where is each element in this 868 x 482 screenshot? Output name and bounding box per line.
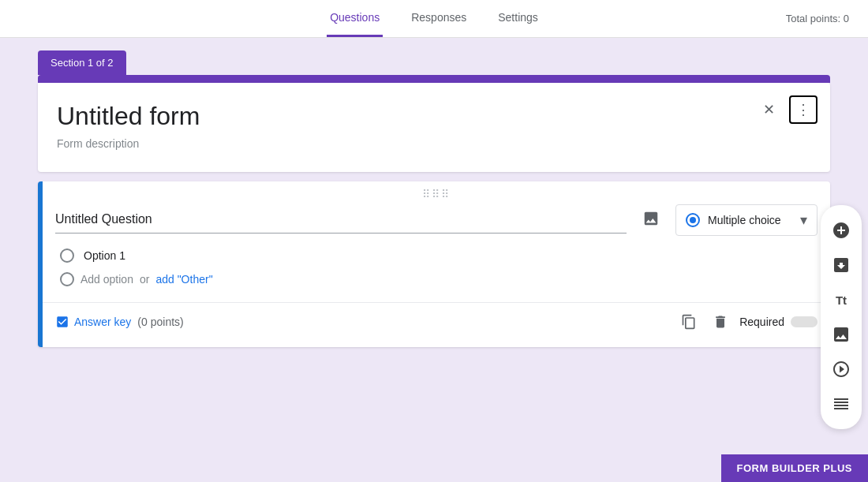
question-row: Multiple choice ▾ (43, 204, 830, 236)
delete-icon (713, 314, 728, 330)
form-title[interactable]: Untitled form (57, 102, 811, 131)
tab-settings[interactable]: Settings (495, 0, 541, 37)
tab-responses[interactable]: Responses (408, 0, 470, 37)
add-image-icon (832, 325, 851, 344)
right-sidebar: Tt (821, 205, 862, 429)
radio-filled-icon (686, 213, 700, 227)
collapse-button[interactable]: ✕ (754, 95, 783, 124)
nav-tabs: Questions Responses Settings (327, 0, 541, 37)
required-row: Required (739, 316, 817, 328)
duplicate-button[interactable] (676, 309, 702, 334)
question-card: ⠿⠿⠿ Multiple choice ▾ Option 1 (38, 181, 830, 347)
delete-button[interactable] (708, 309, 733, 334)
form-title-card-wrapper: ✕ ⋮ Untitled form Form description (38, 83, 830, 172)
top-navigation: Questions Responses Settings Total point… (0, 0, 868, 38)
more-options-button[interactable]: ⋮ (789, 95, 817, 124)
question-type-label: Multiple choice (708, 214, 792, 226)
add-image-to-question-button[interactable] (636, 204, 666, 236)
tab-questions[interactable]: Questions (327, 0, 383, 37)
image-icon (642, 210, 660, 227)
answer-key-label: Answer key (74, 316, 131, 328)
add-other-link[interactable]: add "Other" (155, 273, 212, 286)
section-header: Section 1 of 2 (38, 50, 830, 83)
form-header-bar (38, 75, 830, 83)
add-section-button[interactable] (825, 388, 857, 420)
add-option-text[interactable]: Add option (80, 273, 133, 286)
total-points: Total points: 0 (786, 13, 849, 24)
section-badge: Section 1 of 2 (38, 50, 126, 75)
required-toggle[interactable] (791, 316, 817, 327)
main-content: Section 1 of 2 ✕ ⋮ Untitled form Form de… (0, 38, 868, 360)
add-video-button[interactable] (825, 353, 857, 385)
import-questions-button[interactable] (825, 249, 857, 281)
form-builder-badge: FORM BUILDER PLUS (721, 454, 868, 482)
chevron-down-icon: ▾ (800, 211, 807, 229)
answer-key-icon (55, 315, 69, 329)
question-input[interactable] (55, 206, 627, 234)
import-icon (832, 256, 851, 275)
answer-key-button[interactable]: Answer key (55, 312, 131, 332)
or-text: or (140, 273, 149, 286)
card-actions: ✕ ⋮ (754, 95, 817, 124)
duplicate-icon (681, 314, 697, 330)
question-type-selector[interactable]: Multiple choice ▾ (675, 204, 817, 236)
form-description[interactable]: Form description (57, 137, 811, 150)
options-area: Option 1 Add option or add "Other" (43, 236, 830, 296)
question-footer: Answer key (0 points) Required (43, 302, 830, 334)
form-title-card: ✕ ⋮ Untitled form Form description (38, 83, 830, 172)
option-1-label[interactable]: Option 1 (84, 249, 125, 262)
add-radio-icon (60, 272, 74, 286)
add-title-button[interactable]: Tt (825, 284, 857, 316)
drag-handle[interactable]: ⠿⠿⠿ (43, 181, 830, 204)
option-row: Option 1 (60, 242, 817, 269)
add-question-button[interactable] (825, 215, 857, 246)
add-option-row: Add option or add "Other" (60, 269, 817, 290)
video-icon (832, 360, 851, 379)
points-text: (0 points) (137, 316, 183, 328)
radio-empty-icon (60, 248, 74, 263)
section-icon (832, 394, 851, 413)
add-image-button[interactable] (825, 319, 857, 350)
question-input-wrapper (55, 206, 627, 234)
required-label: Required (739, 316, 784, 328)
add-circle-icon (832, 221, 851, 240)
